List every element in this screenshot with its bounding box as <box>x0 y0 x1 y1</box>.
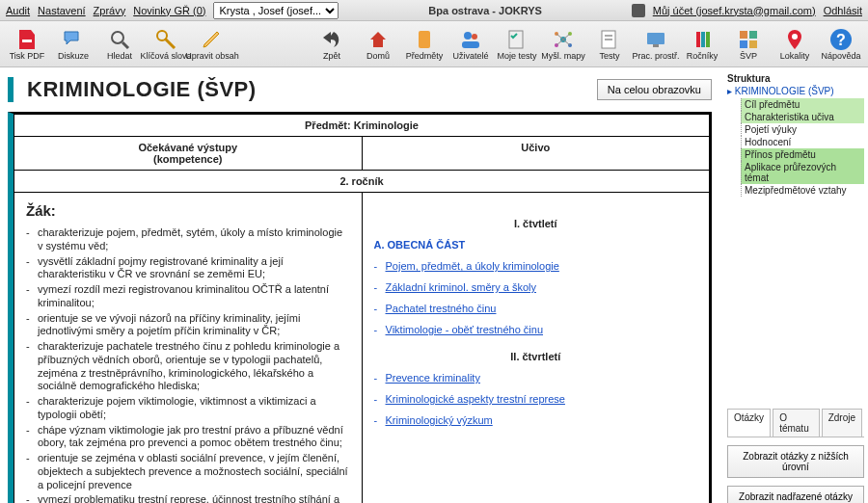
tab-about[interactable]: O tématu <box>773 409 820 437</box>
topic-link[interactable]: Viktimologie - oběť trestného činu <box>386 324 544 335</box>
section-a-heading: A. OBECNÁ ČÁST <box>374 239 698 251</box>
toolbar: Tisk PDF Diskuze Hledat Klíčová slova Up… <box>0 21 868 67</box>
list-item: charakterizuje pojem, předmět, sytém, úk… <box>26 226 350 253</box>
svp-button[interactable]: ŠVP <box>725 23 772 66</box>
show-lower-questions-button[interactable]: Zobrazit otázky z nižších úrovní <box>727 445 864 478</box>
list-item: Kriminologický výzkum <box>374 414 698 426</box>
toolbar-right-group: Zpět Domů Předměty Uživatelé Moje testy … <box>309 23 864 66</box>
svp-icon <box>737 28 760 51</box>
diskuze-button[interactable]: Diskuze <box>50 23 96 66</box>
topic-link[interactable]: Základní kriminol. směry a školy <box>386 281 537 293</box>
pencil-icon <box>201 28 224 51</box>
app-title: Bpa ostrava - JOKRYS <box>344 5 625 16</box>
subjects-icon <box>413 28 436 51</box>
tree-item[interactable]: Aplikace průřezových témat <box>741 161 864 184</box>
tree-item[interactable]: Hodnocení <box>741 136 864 148</box>
topic-link[interactable]: Kriminologické aspekty trestní represe <box>386 393 565 405</box>
lokality-button[interactable]: Lokality <box>772 23 818 66</box>
discuss-icon <box>62 28 85 51</box>
years-icon <box>691 28 714 51</box>
napoveda-button[interactable]: ?Nápověda <box>818 23 864 66</box>
year-row: 2. ročník <box>14 171 710 193</box>
list-item: vymezí problematiku trestní represe, úči… <box>26 493 350 503</box>
col-header-outcomes: Očekávané výstupy (kompetence) <box>14 137 363 171</box>
tree-item[interactable]: Pojetí výuky <box>741 123 864 136</box>
sidebar: Struktura ▸ KRIMINOLOGIE (ŠVP) Cíl předm… <box>723 67 868 503</box>
curriculum-table: Předmět: Kriminologie Očekávané výstupy … <box>14 114 710 503</box>
svg-rect-24 <box>749 31 757 39</box>
gear-icon[interactable] <box>632 4 645 17</box>
topbar: Audit Nastavení Zprávy Novinky GŘ (0) Kr… <box>0 0 868 21</box>
domu-button[interactable]: Domů <box>355 23 401 66</box>
svg-line-2 <box>122 42 128 48</box>
zpet-button[interactable]: Zpět <box>309 23 355 66</box>
svg-rect-18 <box>647 33 665 44</box>
topic-link[interactable]: Kriminologický výzkum <box>386 414 493 426</box>
map-pin-icon <box>783 28 806 51</box>
tree-item[interactable]: Přínos předmětu <box>741 148 864 161</box>
svg-text:?: ? <box>836 32 846 48</box>
moje-testy-button[interactable]: Moje testy <box>494 23 540 66</box>
topic-link[interactable]: Pachatel trestného činu <box>386 303 497 314</box>
topbar-audit-link[interactable]: Audit <box>6 5 30 16</box>
main-column: KRIMINOLOGIE (ŠVP) Na celou obrazovku Př… <box>0 67 723 503</box>
list-item: Základní kriminol. směry a školy <box>374 281 698 293</box>
show-parent-questions-button[interactable]: Zobrazit nadřazené otázky <box>727 486 864 503</box>
my-account-link[interactable]: Můj účet (josef.krysta@gmail.com) <box>653 5 816 16</box>
svg-rect-5 <box>419 31 430 48</box>
prac-prostr-button[interactable]: Prac. prostř. <box>633 23 679 66</box>
tab-sources[interactable]: Zdroje <box>822 409 862 437</box>
sidebar-tabs: Otázky O tématu Zdroje <box>727 409 864 437</box>
logout-link[interactable]: Odhlásit <box>824 5 862 16</box>
svg-line-4 <box>165 39 175 48</box>
pdf-icon <box>15 28 39 51</box>
help-icon: ? <box>829 28 853 51</box>
list-item: Kriminologické aspekty trestní represe <box>374 393 698 405</box>
list-item: Prevence kriminality <box>374 372 698 384</box>
topic-link[interactable]: Pojem, předmět, a úkoly kriminologie <box>386 260 559 272</box>
svg-rect-8 <box>462 41 479 48</box>
user-select[interactable]: Krysta , Josef (josef... <box>213 2 339 19</box>
page-title: KRIMINOLOGIE (ŠVP) <box>27 77 257 102</box>
tab-questions[interactable]: Otázky <box>727 409 771 437</box>
col-header-curriculum: Učivo <box>362 137 710 171</box>
tree-root[interactable]: ▸ KRIMINOLOGIE (ŠVP) <box>727 86 864 96</box>
subject-row: Předmět: Kriminologie <box>14 115 710 137</box>
list-item: orientuje se ve vývoji názorů na příčiny… <box>26 312 350 339</box>
rocniky-button[interactable]: Ročníky <box>679 23 725 66</box>
topics-q1-list: Pojem, předmět, a úkoly kriminologie Zák… <box>374 260 698 335</box>
list-item: charakterizuje pojem viktimologie, vikti… <box>26 395 350 422</box>
fullscreen-button[interactable]: Na celou obrazovku <box>597 79 712 100</box>
svg-point-1 <box>112 32 123 43</box>
key-icon <box>154 28 177 51</box>
structure-tree: ▸ KRIMINOLOGIE (ŠVP) Cíl předmětu Charak… <box>727 86 864 197</box>
toolbar-left-group: Tisk PDF Diskuze Hledat Klíčová slova Up… <box>4 23 235 66</box>
quarter1-heading: I. čtvtletí <box>374 218 698 229</box>
outcomes-cell: Žák: charakterizuje pojem, předmět, syté… <box>14 193 363 504</box>
tree-item[interactable]: Cíl předmětu <box>741 98 864 111</box>
topbar-news-link[interactable]: Novinky GŘ (0) <box>133 5 205 16</box>
list-item: charakterizuje pachatele trestného činu … <box>26 340 350 393</box>
predmety-button[interactable]: Předměty <box>401 23 448 66</box>
svg-rect-0 <box>22 40 32 42</box>
svg-rect-19 <box>653 44 659 47</box>
content-wrap: KRIMINOLOGIE (ŠVP) Na celou obrazovku Př… <box>0 67 868 503</box>
svg-point-6 <box>464 32 472 40</box>
mysl-mapy-button[interactable]: Myšl. mapy <box>540 23 586 66</box>
testy-button[interactable]: Testy <box>586 23 633 66</box>
tree-item[interactable]: Charakteristika učiva <box>741 111 864 123</box>
uzivatele-button[interactable]: Uživatelé <box>448 23 494 66</box>
tisk-pdf-button[interactable]: Tisk PDF <box>4 23 50 66</box>
klicova-slova-button[interactable]: Klíčová slova <box>143 23 189 66</box>
topbar-settings-link[interactable]: Nastavení <box>38 5 86 16</box>
topic-link[interactable]: Prevence kriminality <box>386 372 480 384</box>
list-item: Viktimologie - oběť trestného činu <box>374 324 698 335</box>
tree-item[interactable]: Mezipředmětové vztahy <box>741 184 864 197</box>
hledat-button[interactable]: Hledat <box>96 23 143 66</box>
svg-rect-23 <box>740 31 747 39</box>
upravit-obsah-button[interactable]: Upravit obsah <box>189 23 235 66</box>
list-item: vysvětlí základní pojmy registrované kri… <box>26 255 350 282</box>
svg-point-27 <box>792 34 798 40</box>
svg-rect-20 <box>696 32 700 47</box>
topbar-messages-link[interactable]: Zprávy <box>94 5 126 16</box>
